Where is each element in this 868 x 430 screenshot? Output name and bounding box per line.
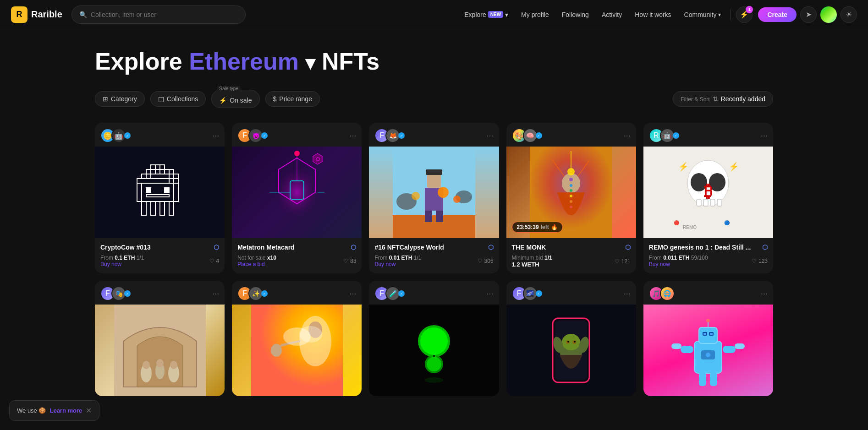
card-avatars: F 🦊 ✓ xyxy=(374,128,405,143)
card-menu-icon[interactable]: ··· xyxy=(349,131,356,141)
heart-icon: ♡ xyxy=(209,258,214,264)
card-menu-icon[interactable]: ··· xyxy=(349,289,356,299)
heart-icon: ♡ xyxy=(615,258,620,265)
create-button[interactable]: Create xyxy=(758,7,797,22)
svg-point-79 xyxy=(156,359,164,367)
nft-image-yoda xyxy=(506,305,636,396)
buy-now-button[interactable]: Buy now xyxy=(649,261,708,267)
svg-point-46 xyxy=(412,192,420,200)
notifications-button[interactable]: ⚡ 1 xyxy=(736,6,753,23)
chain-dropdown[interactable]: ▾ xyxy=(305,52,315,74)
card-menu-icon[interactable]: ··· xyxy=(487,289,494,299)
eth-icon: ⬡ xyxy=(625,244,631,251)
avatar: 🤖 xyxy=(660,128,675,143)
nft-card-metatron[interactable]: F 😈 ✓ ··· xyxy=(232,123,362,273)
nft-card-remo[interactable]: R 🤖 ✓ ··· xyxy=(643,123,773,273)
search-bar: 🔍 xyxy=(71,5,246,24)
svg-point-58 xyxy=(570,200,572,203)
explore-badge: NEW xyxy=(488,11,503,18)
card-menu-icon[interactable]: ··· xyxy=(212,289,219,299)
verified-badge: ✓ xyxy=(124,132,131,139)
nft-card-yoda[interactable]: F 🌌 ✓ ··· xyxy=(506,281,636,396)
svg-rect-17 xyxy=(174,183,178,201)
collections-filter[interactable]: ◫ Collections xyxy=(150,91,206,107)
buy-now-button[interactable]: Buy now xyxy=(374,261,421,267)
verified-badge: ✓ xyxy=(261,290,268,297)
nft-card-robot[interactable]: 🎵 🌐 ··· xyxy=(643,281,773,396)
svg-text:₿: ₿ xyxy=(704,182,712,201)
svg-rect-113 xyxy=(710,333,713,335)
svg-point-59 xyxy=(570,206,572,208)
nft-grid-row2: F 🎭 ✓ ··· xyxy=(95,281,773,396)
card-avatars: F 🌌 ✓ xyxy=(512,286,542,301)
svg-text:REMO: REMO xyxy=(683,225,697,230)
nav-following[interactable]: Following xyxy=(556,7,594,22)
card-menu-icon[interactable]: ··· xyxy=(624,131,631,141)
svg-point-106 xyxy=(574,341,576,343)
svg-rect-9 xyxy=(142,174,146,179)
nft-card-nftcalypse[interactable]: F 🦊 ✓ ··· xyxy=(369,123,499,273)
category-filter[interactable]: ⊞ Category xyxy=(95,91,145,107)
nav-community[interactable]: Community ▾ xyxy=(679,7,727,22)
title-explore: Explore xyxy=(95,48,182,75)
card-header: 🎨 🧠 ✓ ··· xyxy=(506,123,636,147)
search-input[interactable] xyxy=(91,11,238,18)
card-menu-icon[interactable]: ··· xyxy=(761,131,768,141)
card-price: From 0.1 ETH 1/1 Buy now ♡ 4 xyxy=(100,255,219,267)
svg-rect-38 xyxy=(426,169,442,175)
svg-rect-41 xyxy=(436,211,443,222)
nav-how-it-works[interactable]: How it works xyxy=(629,7,676,22)
svg-rect-116 xyxy=(671,343,681,349)
eth-icon: ⬡ xyxy=(214,244,219,251)
nav-links: Explore NEW ▾ My profile Following Activ… xyxy=(459,6,857,23)
likes-count: ♡ 306 xyxy=(478,258,494,264)
verified-badge: ✓ xyxy=(398,290,405,297)
sale-type-label: Sale type xyxy=(217,86,240,91)
verified-badge: ✓ xyxy=(536,290,542,297)
cookie-banner: We use 🍪 Learn more ✕ xyxy=(9,400,99,421)
card-header: F 🎭 ✓ ··· xyxy=(95,281,225,305)
card-header: F ✨ ✓ ··· xyxy=(232,281,362,305)
send-button[interactable]: ➤ xyxy=(800,6,817,23)
svg-text:⚡: ⚡ xyxy=(729,162,739,172)
nft-card-monk[interactable]: 🎨 🧠 ✓ ··· xyxy=(506,123,636,273)
card-price: Not for sale x10 Place a bid ♡ 83 xyxy=(237,255,356,267)
card-menu-icon[interactable]: ··· xyxy=(761,289,768,299)
nft-card-school[interactable]: F 🎭 ✓ ··· xyxy=(95,281,225,396)
nav-explore[interactable]: Explore NEW ▾ xyxy=(459,7,514,22)
card-menu-icon[interactable]: ··· xyxy=(487,131,494,141)
card-avatars: F 😈 ✓ xyxy=(237,128,268,143)
cookie-close-button[interactable]: ✕ xyxy=(86,406,92,415)
sun-icon: ☀ xyxy=(846,10,852,19)
price-range-filter[interactable]: $ Price range xyxy=(265,91,320,107)
logo[interactable]: R Rarible xyxy=(11,6,62,23)
card-menu-icon[interactable]: ··· xyxy=(624,289,631,299)
nav-activity[interactable]: Activity xyxy=(596,7,627,22)
title-chain[interactable]: Ethereum xyxy=(189,48,299,75)
nft-card-green-circles[interactable]: F 🧪 ✓ ··· xyxy=(369,281,499,396)
svg-rect-14 xyxy=(169,179,174,183)
place-bid-button[interactable]: Place a bid xyxy=(237,261,276,267)
nft-image-metatron: ⬡ xyxy=(232,147,362,238)
card-title: #16 NFTCalypse World ⬡ xyxy=(374,244,493,251)
svg-point-91 xyxy=(420,327,448,355)
learn-more-link[interactable]: Learn more xyxy=(49,407,82,414)
nft-card-creation[interactable]: F ✨ ✓ ··· xyxy=(232,281,362,396)
buy-now-button[interactable]: Buy now xyxy=(100,261,144,267)
theme-toggle-button[interactable]: ☀ xyxy=(841,6,857,23)
card-footer: THE MONK ⬡ Minimum bid 1/1 1.2 WETH ♡ 12… xyxy=(506,238,636,273)
timer-badge: 23:53:39 left 🔥 xyxy=(512,222,563,233)
filter-sort-button[interactable]: Filter & Sort ⇅ Recently added xyxy=(673,91,773,107)
svg-point-78 xyxy=(143,361,150,369)
on-sale-filter[interactable]: Sale type ⚡ On sale xyxy=(211,90,259,108)
avatar[interactable] xyxy=(820,6,837,23)
card-title: Metatron Metacard ⬡ xyxy=(237,244,356,251)
card-menu-icon[interactable]: ··· xyxy=(212,131,219,141)
card-header: F 🧪 ✓ ··· xyxy=(369,281,499,305)
nav-my-profile[interactable]: My profile xyxy=(516,7,555,22)
nft-card-cryptcow[interactable]: 🪙 🤖 ✓ ··· xyxy=(95,123,225,273)
nav-divider xyxy=(730,9,731,20)
nft-grid: 🪙 🤖 ✓ ··· xyxy=(95,123,773,273)
svg-rect-119 xyxy=(710,372,717,386)
grid-icon: ⊞ xyxy=(103,95,108,103)
